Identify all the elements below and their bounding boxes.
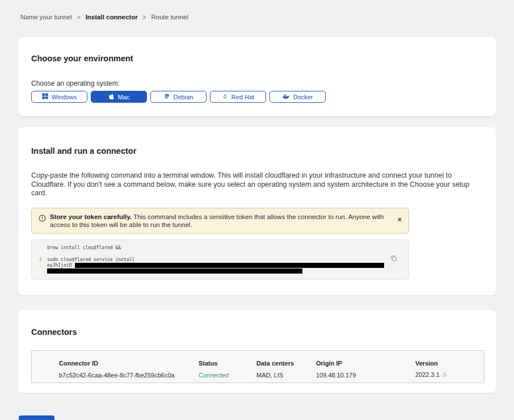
warning-triangle-icon: ⚠ [442, 372, 447, 377]
col-header-version: Version [415, 360, 484, 368]
environment-card-title: Choose your environment [31, 54, 483, 63]
connectors-card-title: Connectors [31, 327, 483, 337]
shell-prompt: $ [39, 257, 47, 263]
os-button-label: Debian [174, 94, 193, 100]
token-warning-title: Store your token carefully. [50, 213, 132, 220]
terminal-command-block: brew install cloudflared && $sudo cloudf… [31, 240, 409, 280]
connectors-card: Connectors Connector ID Status Data cent… [18, 309, 496, 393]
os-button-windows[interactable]: Windows [31, 91, 87, 103]
command-line-2: sudo cloudflared service install [47, 257, 134, 263]
token-warning-text: Store your token carefully. This command… [50, 213, 390, 229]
breadcrumb-route-tunnel[interactable]: Route tunnel [151, 14, 188, 20]
col-header-data-centers: Data centers [256, 360, 316, 368]
token-prefix: eyJhIjoiO [47, 263, 71, 268]
next-button[interactable]: Next [19, 415, 54, 420]
install-card-title: Install and run a connector [31, 146, 483, 156]
os-button-label: Windows [52, 94, 77, 100]
windows-icon [42, 93, 48, 100]
status-badge: Connected [199, 372, 256, 377]
breadcrumb-install-connector[interactable]: Install connector [86, 14, 138, 20]
breadcrumb-separator: > [77, 14, 81, 20]
redacted-token-bar [75, 263, 384, 268]
os-button-redhat[interactable]: Red Hat [210, 91, 266, 103]
docker-icon [283, 93, 290, 100]
os-button-group: Windows Mac Debian Red Hat Docker [31, 91, 483, 103]
origin-ip-value: 109.48.10.179 [316, 372, 415, 377]
apple-icon [108, 93, 115, 101]
connector-id-value: b7c52c42-6caa-48ee-8c77-fbe259cb6c0a [59, 372, 199, 377]
environment-card: Choose your environment Choose an operat… [18, 36, 496, 116]
connectors-table: Connector ID Status Data centers Origin … [31, 350, 484, 383]
data-centers-value: MAD, LIS [256, 372, 316, 377]
breadcrumb: Name your tunnel > Install connector > R… [0, 0, 514, 20]
alert-circle-icon [39, 214, 46, 224]
os-button-mac[interactable]: Mac [91, 91, 147, 103]
version-number: 2022.3.1 [415, 371, 440, 378]
os-button-debian[interactable]: Debian [150, 91, 207, 103]
debian-icon [164, 93, 170, 100]
install-description: Copy-paste the following command into a … [31, 171, 484, 198]
command-line-1: brew install cloudflared && [47, 245, 121, 251]
os-button-label: Red Hat [231, 94, 254, 100]
token-warning-banner: Store your token carefully. This command… [31, 208, 409, 234]
close-icon[interactable]: × [398, 216, 402, 223]
breadcrumb-separator: > [143, 14, 146, 20]
os-button-label: Mac [118, 94, 130, 100]
copy-icon[interactable] [390, 255, 397, 263]
col-header-connector-id: Connector ID [59, 360, 199, 368]
os-button-docker[interactable]: Docker [269, 91, 326, 103]
col-header-status: Status [199, 360, 256, 368]
redacted-token-bar [47, 268, 302, 274]
breadcrumb-name-your-tunnel[interactable]: Name your tunnel [20, 14, 72, 20]
col-header-origin-ip: Origin IP [316, 360, 415, 368]
install-card: Install and run a connector Copy-paste t… [18, 127, 496, 296]
os-button-label: Docker [293, 94, 313, 100]
redhat-icon [222, 93, 228, 101]
os-select-label: Choose an operating system: [31, 79, 483, 87]
version-value: 2022.3.1 ⚠ [415, 372, 484, 377]
